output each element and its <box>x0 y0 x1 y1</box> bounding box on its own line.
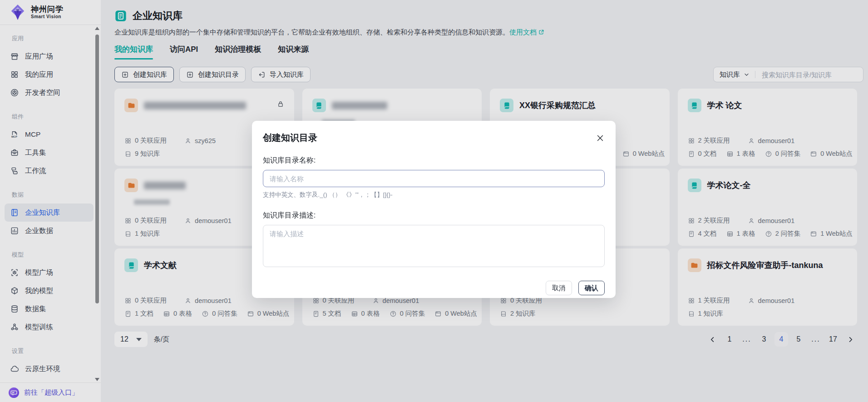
create-directory-modal: 创建知识目录 知识库目录名称: 支持中英文、数字及._() （） 《》’”，；【… <box>252 121 616 298</box>
directory-name-input[interactable] <box>263 170 605 187</box>
close-icon[interactable] <box>596 134 605 143</box>
directory-name-label: 知识库目录名称: <box>263 156 605 165</box>
modal-header: 创建知识目录 <box>263 132 605 144</box>
directory-desc-textarea[interactable] <box>263 225 605 267</box>
confirm-button[interactable]: 确认 <box>578 281 605 295</box>
directory-desc-label: 知识库目录描述: <box>263 211 605 220</box>
cancel-button[interactable]: 取消 <box>546 281 572 295</box>
app-root: 神州问学 Smart Vision 应用应用广场我的应用开发者空间组件MCPMC… <box>0 0 868 402</box>
modal-footer: 取消 确认 <box>263 281 605 295</box>
directory-name-hint: 支持中英文、数字及._() （） 《》’”，；【】[]{}- <box>263 191 605 199</box>
modal-title: 创建知识目录 <box>263 132 317 144</box>
